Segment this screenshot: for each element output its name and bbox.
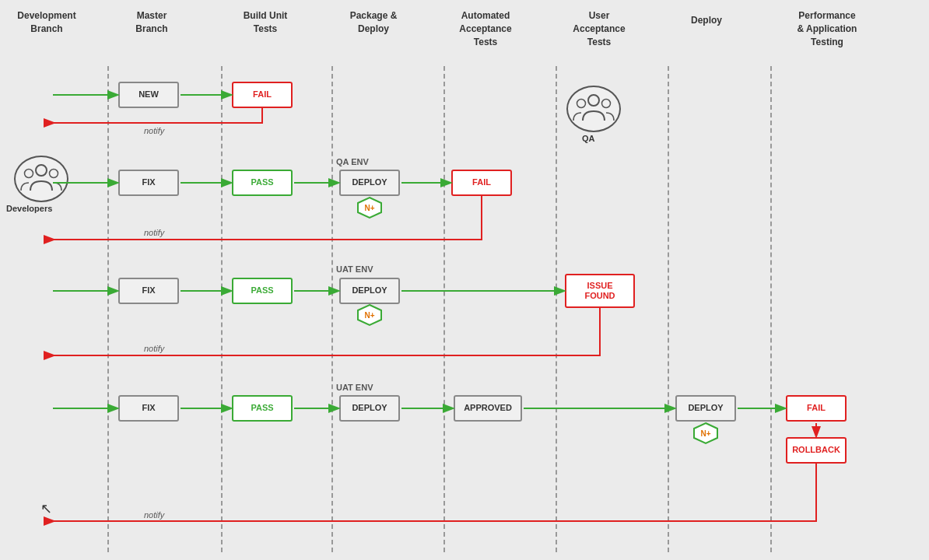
svg-point-5 <box>588 95 599 106</box>
dashed-line-3 <box>331 66 333 552</box>
deploy-box-row4-2: DEPLOY <box>675 395 736 422</box>
nplus-hexagon-row2: N+ <box>356 196 383 219</box>
qa-env-label: QA ENV <box>336 157 369 166</box>
dashed-line-2 <box>221 66 223 552</box>
new-box: NEW <box>118 82 179 108</box>
diagram: DevelopmentBranch MasterBranch Build Uni… <box>0 0 929 560</box>
nplus-hexagon-row4: N+ <box>692 422 719 445</box>
deploy-box-row2: DEPLOY <box>339 170 400 196</box>
svg-point-6 <box>577 100 586 108</box>
approved-box: APPROVED <box>454 395 522 422</box>
rollback-box: ROLLBACK <box>786 437 847 464</box>
col-header-user: UserAcceptanceTests <box>552 9 646 48</box>
fix-box-row4: FIX <box>118 395 179 422</box>
issue-found-box: ISSUEFOUND <box>565 274 635 308</box>
fail-box-row1: FAIL <box>232 82 293 108</box>
dashed-line-6 <box>668 66 669 552</box>
qa-label: QA <box>582 134 595 143</box>
uat-env-label-row3: UAT ENV <box>336 264 373 274</box>
pass-box-row2: PASS <box>232 170 293 196</box>
deploy-box-row3: DEPLOY <box>339 278 400 304</box>
svg-point-0 <box>36 165 47 176</box>
col-header-package: Package &Deploy <box>331 9 416 36</box>
nplus-hexagon-row3: N+ <box>356 303 383 327</box>
pass-box-row3: PASS <box>232 278 293 304</box>
fail-box-row2-auto: FAIL <box>451 170 512 196</box>
col-header-build: Build UnitTests <box>223 9 308 36</box>
deploy-box-row4: DEPLOY <box>339 395 400 422</box>
fix-box-row3: FIX <box>118 278 179 304</box>
notify-label-row1: notify <box>144 126 164 135</box>
notify-label-row2: notify <box>144 228 164 237</box>
col-header-deploy: Deploy <box>668 14 745 27</box>
svg-point-1 <box>25 170 33 178</box>
notify-label-row3: notify <box>144 344 164 353</box>
fix-box-row2: FIX <box>118 170 179 196</box>
qa-icon <box>566 86 621 132</box>
col-header-perf: Performance& ApplicationTesting <box>773 9 882 48</box>
pass-box-row4: PASS <box>232 395 293 422</box>
dashed-line-1 <box>107 66 109 552</box>
col-header-auto: AutomatedAcceptanceTests <box>439 9 532 48</box>
col-header-master: MasterBranch <box>109 9 195 36</box>
cursor-icon: ↖ <box>40 500 52 517</box>
col-header-dev: DevelopmentBranch <box>8 9 86 36</box>
developers-label: Developers <box>6 204 52 213</box>
uat-env-label-row4: UAT ENV <box>336 383 373 392</box>
notify-label-row4: notify <box>144 510 164 520</box>
dashed-line-4 <box>443 66 445 552</box>
dashed-line-5 <box>556 66 557 552</box>
developers-icon <box>14 156 68 202</box>
dashed-line-7 <box>770 66 772 552</box>
svg-point-2 <box>50 170 58 178</box>
fail-box-row4-perf: FAIL <box>786 395 847 422</box>
svg-point-7 <box>602 100 611 108</box>
